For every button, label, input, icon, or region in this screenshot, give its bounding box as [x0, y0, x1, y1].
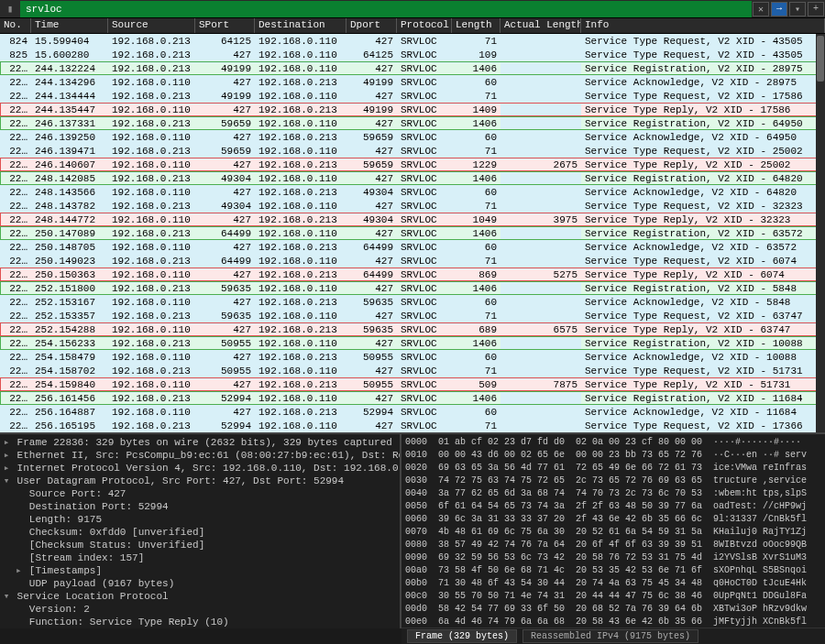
caret-none [14, 577, 23, 590]
caret-open-icon[interactable] [2, 590, 11, 603]
col-header-sport[interactable]: SPort [195, 18, 255, 33]
bytes-tab-reassembled[interactable]: Reassembled IPv4 (9175 bytes) [522, 629, 698, 643]
cell-len: 1409 [452, 104, 500, 115]
packet-row[interactable]: 22…254.156233192.168.0.21350955192.168.0… [0, 336, 825, 350]
detail-line[interactable]: [Checksum Status: Unverified] [0, 539, 400, 551]
detail-line[interactable]: Service Location Protocol [0, 590, 400, 603]
col-header-actual-length[interactable]: Actual Length [500, 18, 581, 33]
filter-history-button[interactable]: ▾ [789, 2, 806, 16]
detail-line[interactable]: UDP payload (9167 bytes) [0, 577, 400, 590]
cell-dst: 192.168.0.213 [255, 214, 346, 225]
display-filter-input[interactable] [20, 1, 752, 17]
packet-row[interactable]: 22…248.143566192.168.0.110427192.168.0.2… [0, 185, 825, 199]
packet-row[interactable]: 22…244.134296192.168.0.110427192.168.0.2… [0, 75, 825, 89]
packet-row[interactable]: 22…254.158702192.168.0.21350955192.168.0… [0, 364, 825, 377]
packet-row[interactable]: 22…244.134444192.168.0.21349199192.168.0… [0, 89, 825, 103]
detail-line[interactable]: Length: 9175 [0, 513, 400, 526]
caret-closed-icon[interactable] [2, 462, 11, 475]
packet-bytes-pane[interactable]: 0000 01 ab cf 02 23 d7 fd d0 02 0a 00 23… [402, 434, 825, 628]
col-header-dport[interactable]: Dport [346, 18, 397, 33]
packet-details-pane[interactable]: Frame 22836: 329 bytes on wire (2632 bit… [0, 434, 402, 628]
caret-none [14, 616, 23, 628]
filter-clear-button[interactable]: ✕ [753, 2, 769, 16]
hex-line[interactable]: 00b0 71 30 48 6f 43 54 30 44 20 74 4a 63… [405, 577, 821, 590]
packet-row[interactable]: 82515.600280192.168.0.213427192.168.0.11… [0, 48, 825, 61]
bookmark-icon[interactable]: ▮ [3, 2, 17, 16]
packet-row[interactable]: 22…254.158479192.168.0.110427192.168.0.2… [0, 350, 825, 364]
col-header-source[interactable]: Source [108, 18, 195, 33]
hex-line[interactable]: 0080 38 57 49 42 74 76 7a 64 20 6f 4f 6f… [405, 539, 821, 551]
hex-line[interactable]: 0050 6f 61 64 54 65 73 74 3a 2f 2f 63 48… [405, 500, 821, 513]
cell-dport: 427 [346, 146, 397, 157]
packet-row[interactable]: 82415.599404192.168.0.21364125192.168.0.… [0, 34, 825, 48]
detail-line[interactable]: Function: Service Type Reply (10) [0, 616, 400, 628]
packet-row[interactable]: 22…250.150363192.168.0.110427192.168.0.2… [0, 267, 825, 281]
caret-closed-icon[interactable] [2, 449, 11, 462]
packet-row[interactable]: 22…254.159840192.168.0.110427192.168.0.2… [0, 377, 825, 391]
detail-line[interactable]: Version: 2 [0, 603, 400, 616]
packet-row[interactable]: 22…252.151800192.168.0.21359635192.168.0… [0, 281, 825, 295]
cell-info: Service Type Reply, V2 XID - 25002 [581, 159, 825, 170]
packet-row[interactable]: 22…252.154288192.168.0.110427192.168.0.2… [0, 322, 825, 336]
packet-row[interactable]: 22…250.149023192.168.0.21364499192.168.0… [0, 254, 825, 267]
hex-line[interactable]: 00a0 73 58 4f 50 6e 68 71 4c 20 53 35 42… [405, 564, 821, 577]
packet-row[interactable]: 22…244.132224192.168.0.21349199192.168.0… [0, 61, 825, 75]
caret-closed-icon[interactable] [14, 564, 23, 577]
col-header-time[interactable]: Time [31, 18, 108, 33]
packet-row[interactable]: 22…256.164887192.168.0.110427192.168.0.2… [0, 405, 825, 419]
hex-line[interactable]: 0040 3a 77 62 65 6d 3a 68 74 74 70 73 2c… [405, 487, 821, 500]
packet-row[interactable]: 22…246.139471192.168.0.21359659192.168.0… [0, 144, 825, 158]
detail-line[interactable]: Checksum: 0xfdd0 [unverified] [0, 526, 400, 539]
packet-row[interactable]: 22…256.165195192.168.0.21352994192.168.0… [0, 419, 825, 432]
packet-list-header[interactable]: No. Time Source SPort Destination Dport … [0, 18, 825, 34]
hex-line[interactable]: 0020 69 63 65 3a 56 4d 77 61 72 65 49 6e… [405, 462, 821, 475]
detail-line[interactable]: Internet Protocol Version 4, Src: 192.16… [0, 462, 400, 475]
packet-row[interactable]: 22…246.140607192.168.0.110427192.168.0.2… [0, 158, 825, 171]
filter-apply-button[interactable]: → [771, 2, 787, 16]
detail-line[interactable]: Frame 22836: 329 bytes on wire (2632 bit… [0, 436, 400, 449]
col-header-proto[interactable]: Protocol [397, 18, 452, 33]
bytes-tab-frame[interactable]: Frame (329 bytes) [407, 629, 517, 643]
packet-row[interactable]: 22…252.153357192.168.0.21359635192.168.0… [0, 309, 825, 322]
packet-row[interactable]: 22…252.153167192.168.0.110427192.168.0.2… [0, 295, 825, 309]
detail-line[interactable]: Source Port: 427 [0, 487, 400, 500]
packet-row[interactable]: 22…250.148705192.168.0.110427192.168.0.2… [0, 240, 825, 254]
col-header-no[interactable]: No. [0, 18, 31, 33]
cell-info: Service Type Request, V2 XID - 43505 [581, 49, 825, 60]
hex-line[interactable]: 00e0 6a 4d 46 74 79 6a 6a 68 20 58 43 6e… [405, 616, 821, 628]
col-header-dest[interactable]: Destination [255, 18, 346, 33]
col-header-info[interactable]: Info [581, 18, 825, 33]
packet-row[interactable]: 22…248.143782192.168.0.21349304192.168.0… [0, 199, 825, 213]
cell-time: 244.132224 [31, 63, 108, 74]
filter-add-button[interactable]: + [808, 2, 824, 16]
packet-row[interactable]: 22…246.137331192.168.0.21359659192.168.0… [0, 116, 825, 130]
cell-len: 869 [452, 269, 500, 280]
cell-time: 15.600280 [31, 49, 108, 60]
cell-proto: SRVLOC [397, 393, 452, 404]
detail-line[interactable]: User Datagram Protocol, Src Port: 427, D… [0, 475, 400, 487]
packet-row[interactable]: 22…256.161456192.168.0.21352994192.168.0… [0, 391, 825, 405]
packet-row[interactable]: 22…248.144772192.168.0.110427192.168.0.2… [0, 213, 825, 226]
hex-line[interactable]: 0090 69 32 59 56 53 6c 73 42 20 58 76 72… [405, 551, 821, 564]
detail-line[interactable]: Ethernet II, Src: PcsCompu_b9:ec:61 (08:… [0, 449, 400, 462]
detail-line[interactable]: [Stream index: 157] [0, 551, 400, 564]
hex-line[interactable]: 0000 01 ab cf 02 23 d7 fd d0 02 0a 00 23… [405, 436, 821, 449]
caret-closed-icon[interactable] [2, 436, 11, 449]
hex-line[interactable]: 0010 00 00 43 d6 00 02 65 6e 00 00 23 bb… [405, 449, 821, 462]
packet-row[interactable]: 22…250.147089192.168.0.21364499192.168.0… [0, 226, 825, 240]
caret-open-icon[interactable] [2, 475, 11, 487]
hex-line[interactable]: 00d0 58 42 54 77 69 33 6f 50 20 68 52 7a… [405, 603, 821, 616]
packet-row[interactable]: 22…248.142085192.168.0.21349304192.168.0… [0, 171, 825, 185]
hex-line[interactable]: 0030 74 72 75 63 74 75 72 65 2c 73 65 72… [405, 475, 821, 487]
detail-line[interactable]: [Timestamps] [0, 564, 400, 577]
packet-row[interactable]: 22…244.135447192.168.0.110427192.168.0.2… [0, 103, 825, 116]
detail-line[interactable]: Destination Port: 52994 [0, 500, 400, 513]
packet-row[interactable]: 22…246.139250192.168.0.110427192.168.0.2… [0, 130, 825, 144]
col-header-length[interactable]: Length [452, 18, 500, 33]
hex-line[interactable]: 0060 39 6c 3a 31 33 33 37 20 2f 43 6e 42… [405, 513, 821, 526]
hex-line[interactable]: 00c0 30 55 70 50 71 4e 74 31 20 44 44 47… [405, 590, 821, 603]
packet-list-scrollbar[interactable] [816, 34, 825, 432]
cell-no: 22… [0, 297, 31, 308]
hex-line[interactable]: 0070 4b 48 61 69 6c 75 6a 30 20 52 61 6a… [405, 526, 821, 539]
cell-len: 689 [452, 324, 500, 335]
